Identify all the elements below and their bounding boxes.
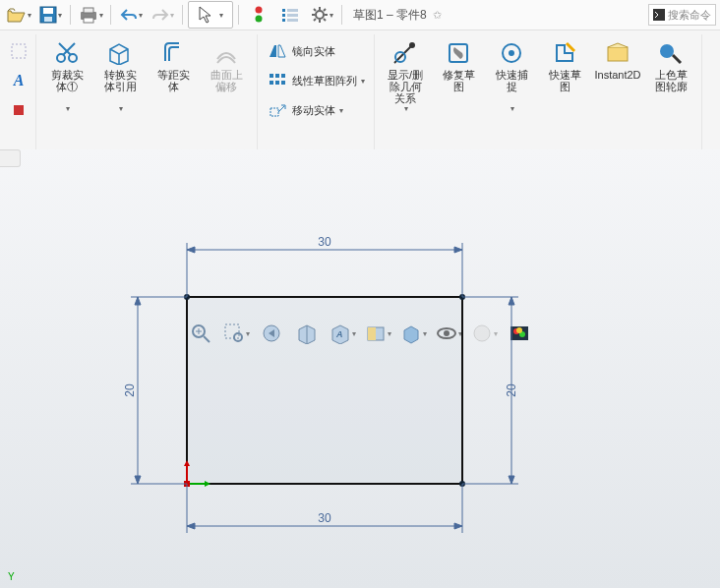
- dimension-right-value[interactable]: 20: [505, 383, 518, 397]
- svg-rect-2: [44, 17, 52, 22]
- traffic-light-icon[interactable]: [244, 1, 273, 29]
- search-placeholder: 搜索命令: [668, 8, 711, 23]
- ribbon-group-right: 显示/删 除几何 关系▾ 修复草 图 快速捕 捉▾ 快速草 图 Instant2…: [375, 34, 702, 154]
- svg-rect-4: [84, 8, 93, 13]
- trim-entities-button[interactable]: 剪裁实 体①▾: [40, 36, 93, 116]
- save-button[interactable]: ▾: [35, 1, 65, 29]
- svg-rect-8: [282, 9, 285, 12]
- svg-line-19: [314, 9, 316, 11]
- svg-rect-34: [275, 81, 279, 85]
- terminal-icon: [653, 9, 665, 21]
- dimension-bottom[interactable]: [187, 484, 462, 533]
- svg-rect-25: [14, 105, 24, 115]
- display-delete-relations-button[interactable]: 显示/删 除几何 关系▾: [379, 36, 432, 116]
- undo-button[interactable]: ▾: [116, 1, 146, 29]
- quick-snap-button[interactable]: 快速捕 捉▾: [485, 36, 538, 116]
- options-list-button[interactable]: [275, 1, 305, 29]
- axis-label-y: Y: [8, 571, 15, 582]
- rectangle-select-icon[interactable]: [6, 36, 31, 66]
- svg-point-7: [256, 16, 263, 23]
- svg-rect-1: [43, 8, 53, 14]
- svg-rect-9: [287, 9, 298, 12]
- ribbon-toolbar: A 剪裁实 体①▾ 转换实 体引用▾ 等距实 体 曲面上 偏移 镜向实体 线性草…: [0, 30, 720, 155]
- svg-line-21: [324, 9, 326, 11]
- feature-tree-tab[interactable]: [0, 149, 21, 167]
- linear-pattern-button[interactable]: 线性草图阵列▾: [262, 66, 370, 95]
- select-tool-button[interactable]: ▾: [188, 1, 233, 29]
- graphics-area[interactable]: ▾ A▾ ▾ ▾ ▾ ▾: [0, 149, 720, 588]
- quick-sketch-button[interactable]: 快速草 图: [538, 36, 591, 107]
- svg-line-22: [314, 19, 316, 21]
- instant2d-button[interactable]: Instant2D: [591, 36, 644, 107]
- svg-point-42: [509, 50, 514, 56]
- svg-rect-60: [187, 297, 462, 484]
- svg-rect-30: [270, 74, 273, 78]
- ribbon-group-entities: 剪裁实 体①▾ 转换实 体引用▾ 等距实 体 曲面上 偏移: [36, 34, 258, 154]
- svg-rect-11: [287, 14, 298, 17]
- svg-point-6: [256, 7, 263, 14]
- svg-line-20: [324, 19, 326, 21]
- svg-point-14: [316, 11, 324, 19]
- svg-point-38: [409, 42, 415, 48]
- svg-rect-33: [270, 81, 273, 85]
- offset-entities-button[interactable]: 等距实 体: [147, 36, 200, 107]
- svg-rect-36: [270, 108, 278, 116]
- open-button[interactable]: ▾: [4, 1, 33, 29]
- red-square-icon[interactable]: [6, 95, 31, 125]
- dimension-left-value[interactable]: 20: [123, 383, 137, 397]
- svg-rect-35: [281, 81, 285, 85]
- shaded-sketch-button[interactable]: 上色草 图轮廓: [644, 36, 697, 107]
- dimension-bottom-value[interactable]: 30: [318, 511, 331, 525]
- document-title: 草图1 – 零件8: [353, 7, 427, 24]
- convert-entities-button[interactable]: 转换实 体引用▾: [93, 36, 147, 116]
- surface-offset-button: 曲面上 偏移: [200, 36, 253, 107]
- svg-point-44: [660, 44, 674, 58]
- svg-rect-10: [282, 14, 285, 17]
- dimension-left[interactable]: [131, 297, 187, 484]
- svg-rect-23: [653, 9, 665, 21]
- text-A-icon[interactable]: A: [6, 66, 31, 95]
- repair-sketch-button[interactable]: 修复草 图: [432, 36, 485, 107]
- dimension-top-value[interactable]: 30: [318, 235, 331, 249]
- svg-rect-5: [84, 18, 93, 23]
- command-search-input[interactable]: 搜索命令: [648, 4, 716, 26]
- svg-rect-43: [608, 47, 628, 61]
- svg-rect-32: [281, 74, 285, 78]
- sketch-rectangle: 30 30 20 20: [128, 228, 551, 562]
- print-button[interactable]: ▾: [76, 1, 105, 29]
- quick-access-toolbar: ▾ ▾ ▾ ▾ ▾ ▾ ▾ 草图1 – 零件8 ✩ 搜索命令: [0, 0, 720, 30]
- ribbon-group-patterns: 镜向实体 线性草图阵列▾ 移动实体▾: [258, 34, 375, 154]
- move-entities-button[interactable]: 移动实体▾: [262, 95, 348, 125]
- svg-rect-31: [275, 74, 279, 78]
- svg-rect-12: [282, 19, 285, 22]
- ribbon-group-left-icons: A: [2, 34, 36, 154]
- svg-rect-24: [12, 44, 26, 58]
- star-icon[interactable]: ✩: [433, 9, 442, 22]
- svg-rect-13: [287, 19, 298, 22]
- mirror-entities-button[interactable]: 镜向实体: [262, 36, 340, 66]
- settings-button[interactable]: ▾: [307, 1, 336, 29]
- redo-button[interactable]: ▾: [148, 1, 177, 29]
- dimension-top[interactable]: [187, 243, 462, 297]
